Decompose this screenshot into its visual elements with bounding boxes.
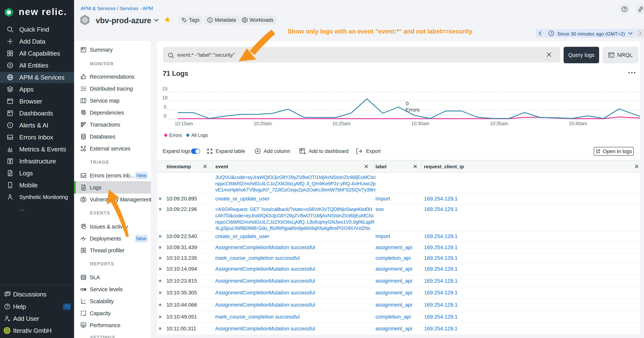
svg-text:10:15am: 10:15am — [175, 121, 193, 126]
svg-text:10:20am: 10:20am — [254, 121, 272, 126]
svg-text:0: 0 — [164, 113, 166, 119]
svg-text:10: 10 — [162, 95, 168, 100]
svg-text:10:40am: 10:40am — [569, 121, 587, 126]
svg-text:Errors: Errors — [406, 107, 420, 113]
svg-text:5: 5 — [164, 104, 166, 110]
svg-text:10:25am: 10:25am — [332, 121, 350, 126]
svg-text:10:30am: 10:30am — [411, 121, 429, 126]
svg-text:15: 15 — [162, 86, 168, 91]
svg-text:0: 0 — [406, 101, 409, 107]
svg-text:10:35am: 10:35am — [490, 121, 508, 126]
